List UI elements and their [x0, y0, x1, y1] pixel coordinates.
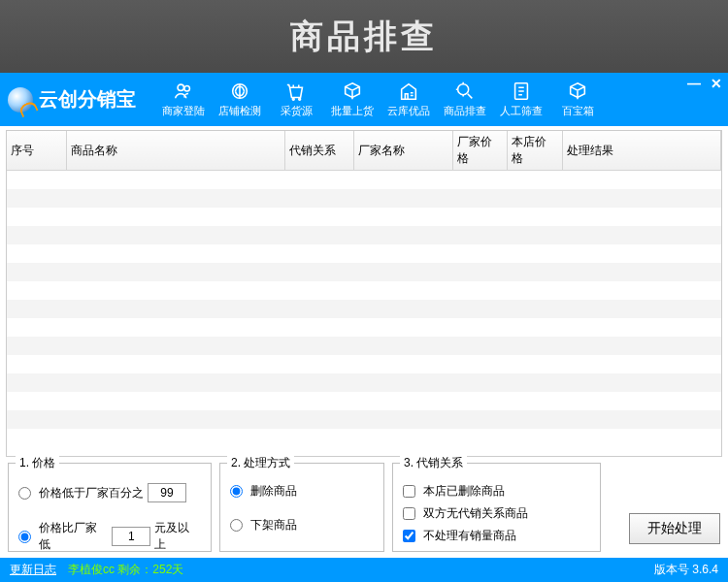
toolbar-label: 批量上货 [331, 104, 374, 118]
svg-point-5 [458, 84, 469, 95]
product-check-icon [454, 81, 476, 102]
label-price-percent: 价格低于厂家百分之 [39, 485, 144, 501]
label-price-diff: 价格比厂家低 [39, 520, 108, 553]
column-header[interactable]: 序号 [7, 131, 66, 171]
column-header[interactable]: 商品名称 [66, 131, 284, 171]
close-icon[interactable]: ✕ [711, 77, 722, 90]
table-row [7, 300, 721, 318]
bottom-controls: 1. 价格 价格低于厂家百分之 价格比厂家低 元及以上 2. 处理方式 [0, 457, 728, 558]
toolbar-product-check[interactable]: 商品排查 [437, 73, 493, 126]
label-offshelf-product: 下架商品 [250, 517, 297, 534]
label-shop-deleted: 本店已删除商品 [423, 483, 505, 500]
radio-price-percent[interactable] [18, 487, 31, 500]
app-title: 商品排查 [290, 15, 438, 59]
svg-point-4 [299, 98, 301, 100]
toolbox-icon [567, 81, 588, 102]
toolbar-yunku[interactable]: 云库优品 [381, 73, 437, 126]
title-bar: 商品排查 [0, 0, 728, 73]
logo-icon [8, 87, 33, 113]
toolbar-label: 采货源 [281, 104, 313, 118]
toolbar-label: 百宝箱 [562, 104, 594, 118]
source-icon [285, 81, 307, 102]
toolbar-label: 云库优品 [387, 104, 430, 118]
label-no-relation: 双方无代销关系商品 [423, 505, 528, 522]
chk-no-relation[interactable] [403, 507, 415, 520]
changelog-link[interactable]: 更新日志 [10, 562, 56, 578]
toolbar-shop-check[interactable]: 店铺检测 [212, 73, 268, 126]
label-delete-product: 删除商品 [250, 483, 297, 500]
manual-check-icon [511, 81, 532, 102]
shop-check-icon [229, 81, 250, 102]
table-row [7, 281, 721, 300]
toolbar-login[interactable]: 商家登陆 [155, 73, 212, 126]
logo-text: 云创分销宝 [39, 86, 136, 113]
column-header[interactable]: 厂家名称 [354, 131, 453, 171]
toolbar-label: 店铺检测 [218, 104, 261, 118]
group-method-title: 2. 处理方式 [227, 455, 294, 471]
group-relation-title: 3. 代销关系 [400, 455, 467, 471]
radio-delete-product[interactable] [230, 485, 243, 498]
column-header[interactable]: 代销关系 [284, 131, 354, 171]
yunku-icon [398, 81, 419, 102]
toolbar-batch-upload[interactable]: 批量上货 [324, 73, 381, 126]
chk-shop-deleted[interactable] [403, 485, 415, 498]
status-version: 版本号 3.6.4 [654, 562, 718, 578]
app-logo: 云创分销宝 [8, 86, 136, 113]
svg-point-3 [292, 98, 294, 100]
table-row [7, 263, 721, 281]
radio-offshelf-product[interactable] [230, 519, 243, 532]
window-controls: — ✕ [687, 77, 722, 90]
data-table-wrap[interactable]: 序号商品名称代销关系厂家名称厂家价格本店价格处理结果 [6, 130, 722, 457]
column-header[interactable]: 厂家价格 [453, 131, 508, 171]
chk-keep-sales[interactable] [403, 530, 415, 542]
label-price-diff-suffix: 元及以上 [154, 520, 201, 553]
toolbar-source[interactable]: 采货源 [268, 73, 324, 126]
table-row [7, 208, 721, 226]
login-icon [173, 81, 194, 102]
toolbar: 云创分销宝 商家登陆店铺检测采货源批量上货云库优品商品排查人工筛查百宝箱 — ✕ [0, 73, 728, 126]
table-row [7, 337, 721, 355]
batch-upload-icon [342, 81, 363, 102]
data-table: 序号商品名称代销关系厂家名称厂家价格本店价格处理结果 [7, 131, 721, 447]
group-relation: 3. 代销关系 本店已删除商品 双方无代销关系商品 不处理有销量商品 [392, 463, 601, 552]
table-row [7, 429, 721, 447]
minimize-icon[interactable]: — [687, 77, 701, 90]
table-row [7, 189, 721, 208]
column-header[interactable]: 本店价格 [508, 131, 562, 171]
group-price: 1. 价格 价格低于厂家百分之 价格比厂家低 元及以上 [8, 463, 212, 552]
table-row [7, 226, 721, 244]
table-row [7, 410, 721, 429]
svg-point-1 [184, 86, 190, 92]
status-bar: 更新日志 李植俊cc 剩余：252天 版本号 3.6.4 [0, 558, 728, 582]
table-row [7, 171, 721, 189]
input-price-percent[interactable] [148, 483, 186, 502]
input-price-diff[interactable] [112, 527, 150, 546]
start-process-button[interactable]: 开始处理 [629, 513, 720, 544]
table-row [7, 392, 721, 410]
group-method: 2. 处理方式 删除商品 下架商品 [219, 463, 384, 552]
radio-price-diff[interactable] [18, 531, 31, 543]
group-price-title: 1. 价格 [16, 455, 59, 471]
table-row [7, 373, 721, 392]
status-user: 李植俊cc 剩余：252天 [68, 562, 183, 578]
toolbar-label: 商家登陆 [162, 104, 205, 118]
table-row [7, 318, 721, 337]
column-header[interactable]: 处理结果 [562, 131, 721, 171]
label-keep-sales: 不处理有销量商品 [423, 528, 516, 544]
table-row [7, 244, 721, 263]
toolbar-label: 人工筛查 [500, 104, 543, 118]
svg-point-0 [178, 84, 183, 90]
toolbar-toolbox[interactable]: 百宝箱 [549, 73, 606, 126]
main-area: 序号商品名称代销关系厂家名称厂家价格本店价格处理结果 1. 价格 价格低于厂家百… [0, 126, 728, 558]
table-row [7, 355, 721, 373]
toolbar-manual-check[interactable]: 人工筛查 [493, 73, 549, 126]
toolbar-label: 商品排查 [444, 104, 486, 118]
